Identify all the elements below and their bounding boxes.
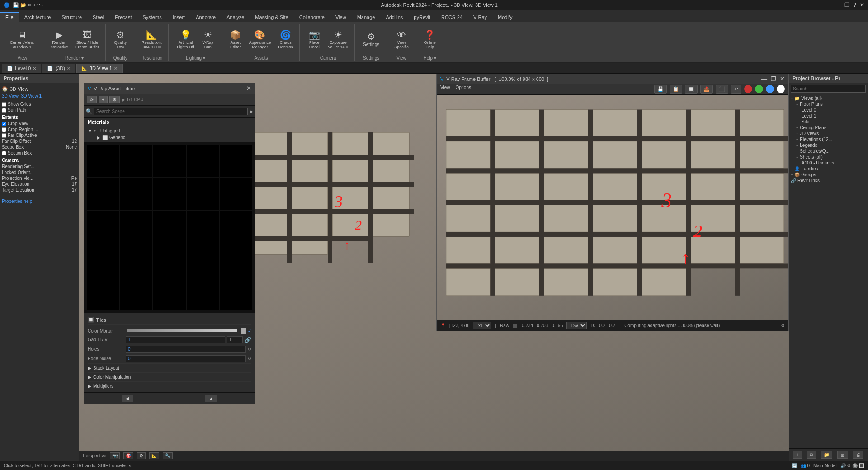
tab-view[interactable]: View	[330, 12, 352, 22]
chaos-cosmos-btn[interactable]: 🌀 ChaosCosmos	[275, 28, 296, 51]
maximize-btn[interactable]: ❐	[844, 2, 849, 8]
crop-view-checkbox[interactable]	[2, 122, 6, 126]
tree-legends[interactable]: + Legends	[789, 142, 868, 148]
vae-generic-item[interactable]: ▶ ⬜ Generic	[88, 134, 251, 141]
tab-steel[interactable]: Steel	[87, 12, 109, 22]
vfb-minimize-btn[interactable]: —	[761, 75, 767, 82]
artificial-lights-btn[interactable]: 💡 ArtificialLights Off	[174, 28, 197, 51]
tree-revit-links[interactable]: 🔗 Revit Links	[789, 178, 868, 183]
vfb-zoom-select[interactable]: 1x1	[473, 322, 491, 329]
vae-settings-btn[interactable]: ⚙	[109, 96, 120, 103]
help-btn[interactable]: ?	[853, 2, 856, 8]
vae-add-btn[interactable]: +	[99, 96, 108, 103]
pb-search-input[interactable]	[791, 85, 866, 93]
view-specific-btn[interactable]: 👁 ViewSpecific	[392, 28, 411, 51]
settings-btn[interactable]: ⚙ Settings	[360, 30, 382, 49]
tree-families[interactable]: + 👤 Families	[789, 166, 868, 172]
online-help-btn[interactable]: ❓ OnlineHelp	[421, 28, 439, 51]
holes-input[interactable]	[126, 346, 246, 352]
minimize-btn[interactable]: —	[835, 2, 841, 8]
holes-reset[interactable]: ↺	[248, 347, 251, 352]
tab-manage[interactable]: Manage	[352, 12, 381, 22]
vfb-color-mode-select[interactable]: HSV	[566, 322, 587, 329]
tree-sheets[interactable]: − Sheets (all)	[789, 154, 868, 160]
color-mortar-slider[interactable]	[127, 329, 237, 332]
vfb-color-red[interactable]	[744, 85, 752, 93]
tree-elevations[interactable]: + Elevations (12...	[789, 136, 868, 142]
tab-massing[interactable]: Massing & Site	[250, 12, 293, 22]
tree-views-all[interactable]: − 📁 Views (all)	[789, 95, 868, 101]
doc-tab-3d[interactable]: 📄 (3D) ✕	[42, 64, 75, 73]
vfb-export-btn[interactable]: 📤	[700, 85, 713, 94]
tab-architecture[interactable]: Architecture	[19, 12, 57, 22]
edge-noise-input[interactable]	[126, 355, 246, 362]
search-scene-input[interactable]	[94, 108, 248, 115]
perspective-gear-btn[interactable]: ⚙	[137, 452, 146, 459]
vfb-grid-btn[interactable]: 🔲	[685, 85, 698, 94]
doc-tab-level0[interactable]: 📄 Level 0 ✕	[2, 64, 41, 73]
color-manipulation-section[interactable]: ▶ Color Manipulation	[88, 372, 251, 381]
vfb-maximize-btn[interactable]: ❐	[771, 75, 776, 82]
vfb-copy-btn[interactable]: 📋	[670, 85, 682, 94]
doc-tab-3dview1[interactable]: 📐 3D View 1 ✕	[76, 64, 123, 73]
sun-path-checkbox[interactable]	[2, 108, 6, 113]
vae-prev-btn[interactable]: ◀	[122, 395, 133, 402]
tab-structure[interactable]: Structure	[56, 12, 87, 22]
tree-a100[interactable]: A100 - Unnamed	[789, 160, 868, 166]
close-3dview1[interactable]: ✕	[114, 66, 118, 71]
tab-file[interactable]: File	[0, 12, 19, 22]
vae-next-btn[interactable]: ▲	[205, 395, 217, 402]
perspective-grid-btn[interactable]: 📐	[149, 452, 159, 459]
multipliers-section[interactable]: ▶ Multipliers	[88, 381, 251, 390]
gap-v-input[interactable]	[227, 336, 243, 343]
vfb-render-btn[interactable]: ⬛	[716, 85, 728, 94]
stack-layout-section[interactable]: ▶ Stack Layout	[88, 363, 251, 372]
perspective-cam-btn[interactable]: 📷	[110, 452, 120, 459]
appearance-manager-btn[interactable]: 🎨 AppearanceManager	[246, 28, 274, 51]
gap-h-input[interactable]	[126, 336, 225, 343]
tree-ceiling-plans[interactable]: + Ceiling Plans	[789, 125, 868, 131]
section-box-checkbox[interactable]	[2, 151, 6, 155]
close-3d[interactable]: ✕	[67, 66, 71, 71]
vfb-color-green[interactable]	[755, 85, 763, 93]
tree-schedules[interactable]: + Schedules/Q...	[789, 148, 868, 154]
vfb-close-btn[interactable]: ✕	[780, 75, 785, 82]
current-view-btn[interactable]: 🖥 Current View:3D View 1	[7, 28, 37, 51]
tree-groups[interactable]: + 📦 Groups	[789, 172, 868, 178]
tab-addins[interactable]: Add-Ins	[380, 12, 408, 22]
pb-folder-btn[interactable]: 📁	[821, 451, 832, 459]
tab-precast[interactable]: Precast	[109, 12, 137, 22]
resolution-btn[interactable]: 📐 Resolution:984 × 600	[139, 28, 165, 51]
tab-pyrevit[interactable]: pyRevit	[408, 12, 436, 22]
perspective-wire-btn[interactable]: 🔧	[163, 452, 173, 459]
vae-refresh-btn[interactable]: ⟳	[87, 96, 97, 103]
tab-insert[interactable]: Insert	[167, 12, 191, 22]
pb-delete-btn[interactable]: 🗑	[837, 451, 848, 459]
tree-level1[interactable]: Level 1	[789, 113, 868, 119]
pb-new-btn[interactable]: +	[793, 451, 802, 459]
tree-site[interactable]: Site	[789, 119, 868, 125]
pb-print-btn[interactable]: 🖨	[853, 451, 863, 459]
properties-help-link[interactable]: Properties help	[2, 199, 32, 204]
edge-noise-reset[interactable]: ↺	[248, 356, 251, 361]
render-interactive-btn[interactable]: ▶ RenderInteractive	[47, 28, 71, 51]
tree-level0[interactable]: Level 0	[789, 107, 868, 113]
tree-3d-views[interactable]: − 3D Views	[789, 131, 868, 136]
far-clip-checkbox[interactable]	[2, 133, 6, 138]
vfb-options-menu[interactable]: Options	[456, 85, 471, 94]
pb-duplicate-btn[interactable]: ⧉	[807, 451, 816, 459]
tab-analyze[interactable]: Analyze	[221, 12, 250, 22]
show-grids-checkbox[interactable]	[2, 102, 6, 107]
crop-region-checkbox[interactable]	[2, 127, 6, 132]
tree-floor-plans[interactable]: − Floor Plans	[789, 101, 868, 107]
tab-vray[interactable]: V-Ray	[468, 12, 492, 22]
tab-modify[interactable]: Modify	[492, 12, 518, 22]
vray-sun-btn[interactable]: ☀ V-RaySun	[199, 28, 217, 51]
tab-collaborate[interactable]: Collaborate	[294, 12, 330, 22]
tab-rccs24[interactable]: RCCS-24	[436, 12, 468, 22]
tab-annotate[interactable]: Annotate	[190, 12, 221, 22]
show-hide-frame-buffer-btn[interactable]: 🖼 Show / HideFrame Buffer	[73, 28, 102, 51]
tab-systems[interactable]: Systems	[137, 12, 167, 22]
vae-close-btn[interactable]: ✕	[246, 85, 251, 92]
close-level0[interactable]: ✕	[33, 66, 36, 71]
